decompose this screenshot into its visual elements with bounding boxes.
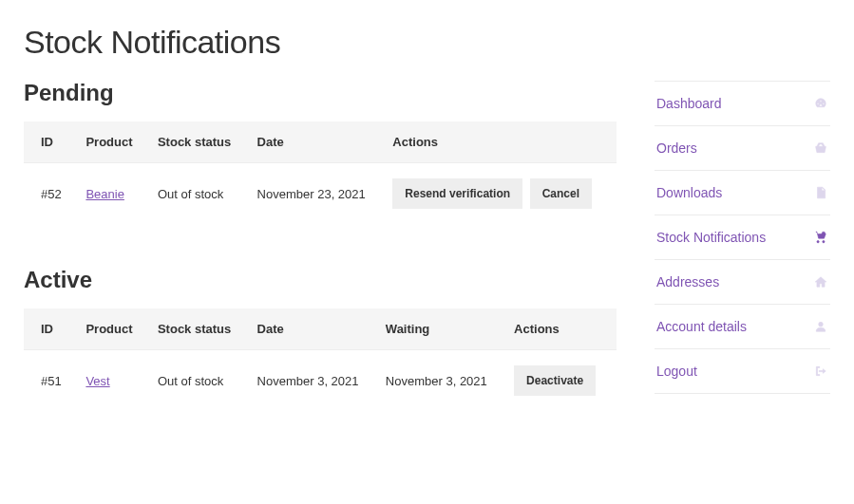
table-row: #51 Vest Out of stock November 3, 2021 N… xyxy=(24,350,617,412)
deactivate-button[interactable]: Deactivate xyxy=(514,365,596,396)
sidebar-item-label: Dashboard xyxy=(656,96,722,111)
cell-id: #52 xyxy=(24,163,74,225)
sidebar-item-logout[interactable]: Logout xyxy=(655,348,830,394)
page-title: Stock Notifications xyxy=(24,24,617,61)
col-actions: Actions xyxy=(381,121,617,163)
sidebar-item-label: Stock Notifications xyxy=(656,230,766,245)
resend-verification-button[interactable]: Resend verification xyxy=(392,178,522,209)
sidebar-item-orders[interactable]: Orders xyxy=(655,125,830,170)
sidebar-item-label: Addresses xyxy=(656,274,719,289)
cell-id: #51 xyxy=(24,350,74,412)
cell-product: Beanie xyxy=(74,163,146,225)
col-product: Product xyxy=(74,308,146,350)
user-icon xyxy=(813,319,828,334)
col-waiting: Waiting xyxy=(374,308,503,350)
cart-bell-icon xyxy=(813,230,828,245)
dashboard-icon xyxy=(813,96,828,111)
nav-list: Dashboard Orders Downloads xyxy=(655,81,830,394)
cell-waiting: November 3, 2021 xyxy=(374,350,503,412)
table-header-row: ID Product Stock status Date Actions xyxy=(24,121,617,163)
active-heading: Active xyxy=(24,267,617,293)
active-table: ID Product Stock status Date Waiting Act… xyxy=(24,308,617,411)
cell-stock: Out of stock xyxy=(146,163,246,225)
cell-actions: Deactivate xyxy=(503,350,617,412)
sidebar-item-stock-notifications[interactable]: Stock Notifications xyxy=(655,215,830,259)
cell-product: Vest xyxy=(74,350,146,412)
sidebar-item-downloads[interactable]: Downloads xyxy=(655,170,830,215)
col-actions: Actions xyxy=(503,308,617,350)
col-stock: Stock status xyxy=(146,121,246,163)
basket-icon xyxy=(813,140,828,156)
main-content: Stock Notifications Pending ID Product S… xyxy=(24,24,617,411)
logout-icon xyxy=(813,364,828,379)
sidebar-item-label: Downloads xyxy=(656,185,722,200)
active-section: Active ID Product Stock status Date Wait… xyxy=(24,267,617,411)
cancel-button[interactable]: Cancel xyxy=(530,178,592,209)
sidebar-item-label: Account details xyxy=(656,319,747,334)
cell-stock: Out of stock xyxy=(146,350,246,412)
product-link[interactable]: Vest xyxy=(85,374,109,388)
pending-heading: Pending xyxy=(24,80,617,106)
sidebar-item-account-details[interactable]: Account details xyxy=(655,304,830,348)
pending-section: Pending ID Product Stock status Date Act… xyxy=(24,80,617,224)
product-link[interactable]: Beanie xyxy=(85,187,123,201)
cell-date: November 23, 2021 xyxy=(246,163,382,225)
account-sidebar: Dashboard Orders Downloads xyxy=(655,24,830,411)
table-row: #52 Beanie Out of stock November 23, 202… xyxy=(24,163,617,225)
home-icon xyxy=(813,274,828,289)
cell-actions: Resend verification Cancel xyxy=(381,163,617,225)
sidebar-item-addresses[interactable]: Addresses xyxy=(655,259,830,304)
sidebar-item-label: Logout xyxy=(656,364,697,379)
col-id: ID xyxy=(24,308,74,350)
pending-table: ID Product Stock status Date Actions #52… xyxy=(24,121,617,224)
cell-date: November 3, 2021 xyxy=(246,350,374,412)
col-id: ID xyxy=(24,121,74,163)
col-product: Product xyxy=(74,121,146,163)
col-date: Date xyxy=(246,308,374,350)
sidebar-item-label: Orders xyxy=(656,140,697,156)
file-icon xyxy=(813,185,828,200)
table-header-row: ID Product Stock status Date Waiting Act… xyxy=(24,308,617,350)
col-date: Date xyxy=(246,121,382,163)
col-stock: Stock status xyxy=(146,308,246,350)
sidebar-item-dashboard[interactable]: Dashboard xyxy=(655,81,830,125)
